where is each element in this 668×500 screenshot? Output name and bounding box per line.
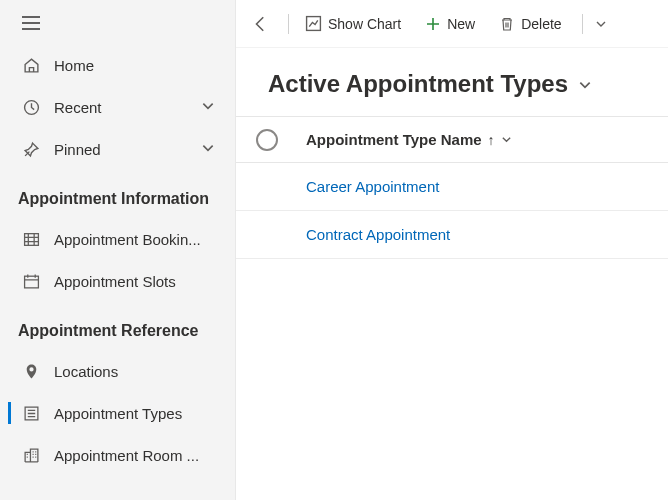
show-chart-button[interactable]: Show Chart <box>295 6 411 42</box>
chevron-down-icon <box>201 99 215 116</box>
chart-icon <box>305 15 322 32</box>
chevron-down-icon <box>201 141 215 158</box>
calendar-icon <box>22 272 40 290</box>
chevron-down-icon <box>578 70 592 98</box>
sidebar-item-label: Appointment Bookin... <box>54 231 215 248</box>
sidebar-item-label: Appointment Slots <box>54 273 215 290</box>
hamburger-icon <box>22 16 40 30</box>
sidebar-item-locations[interactable]: Locations <box>0 350 235 392</box>
sidebar-item-label: Appointment Room ... <box>54 447 215 464</box>
building-icon <box>22 446 40 464</box>
column-header-name[interactable]: Appointment Type Name ↑ <box>306 131 512 148</box>
record-link[interactable]: Contract Appointment <box>306 226 450 243</box>
delete-button[interactable]: Delete <box>489 6 571 42</box>
sidebar-item-appointment-room[interactable]: Appointment Room ... <box>0 434 235 476</box>
command-bar: Show Chart New Delete <box>236 0 668 48</box>
trash-icon <box>499 16 515 32</box>
sidebar-item-label: Recent <box>54 99 201 116</box>
pin-icon <box>22 140 40 158</box>
sidebar-item-appointment-bookings[interactable]: Appointment Bookin... <box>0 218 235 260</box>
hamburger-button[interactable] <box>0 6 235 44</box>
back-button[interactable] <box>248 6 278 42</box>
column-header-label: Appointment Type Name <box>306 131 482 148</box>
calendar-grid-icon <box>22 230 40 248</box>
view-selector[interactable]: Active Appointment Types <box>236 48 668 116</box>
svg-rect-1 <box>24 233 38 245</box>
home-icon <box>22 56 40 74</box>
delete-split-button[interactable] <box>589 6 613 42</box>
delete-label: Delete <box>521 16 561 32</box>
new-label: New <box>447 16 475 32</box>
select-all-checkbox[interactable] <box>256 129 278 151</box>
chevron-down-icon <box>595 18 607 30</box>
list-icon <box>22 404 40 422</box>
sidebar: Home Recent Pinned Appointment Informati… <box>0 0 236 500</box>
sidebar-item-pinned[interactable]: Pinned <box>0 128 235 170</box>
sidebar-section-appointment-reference: Appointment Reference <box>0 302 235 350</box>
location-pin-icon <box>22 362 40 380</box>
view-title-text: Active Appointment Types <box>268 70 568 98</box>
sidebar-item-label: Appointment Types <box>54 405 215 422</box>
separator <box>582 14 583 34</box>
clock-icon <box>22 98 40 116</box>
sidebar-item-recent[interactable]: Recent <box>0 86 235 128</box>
record-link[interactable]: Career Appointment <box>306 178 439 195</box>
sidebar-item-home[interactable]: Home <box>0 44 235 86</box>
sidebar-item-label: Locations <box>54 363 215 380</box>
arrow-left-icon <box>252 15 270 33</box>
svg-rect-2 <box>24 276 38 288</box>
new-button[interactable]: New <box>415 6 485 42</box>
sidebar-item-appointment-types[interactable]: Appointment Types <box>0 392 235 434</box>
sidebar-item-appointment-slots[interactable]: Appointment Slots <box>0 260 235 302</box>
sidebar-section-appointment-information: Appointment Information <box>0 170 235 218</box>
chevron-down-icon <box>501 131 512 148</box>
separator <box>288 14 289 34</box>
plus-icon <box>425 16 441 32</box>
table-row[interactable]: Career Appointment <box>236 163 668 211</box>
show-chart-label: Show Chart <box>328 16 401 32</box>
sidebar-item-label: Pinned <box>54 141 201 158</box>
main-content: Show Chart New Delete <box>236 0 668 500</box>
grid-header-row: Appointment Type Name ↑ <box>236 117 668 163</box>
sidebar-item-label: Home <box>54 57 215 74</box>
table-row[interactable]: Contract Appointment <box>236 211 668 259</box>
sort-ascending-icon: ↑ <box>488 132 495 148</box>
data-grid: Appointment Type Name ↑ Career Appointme… <box>236 116 668 259</box>
